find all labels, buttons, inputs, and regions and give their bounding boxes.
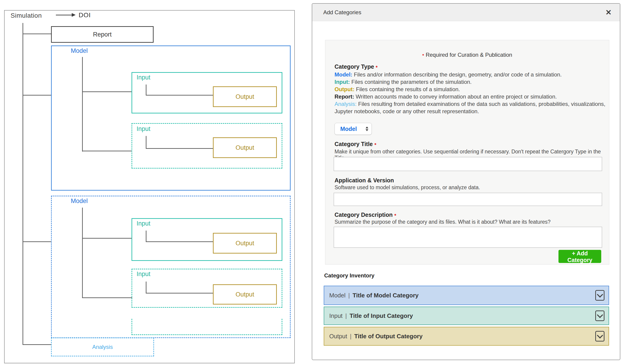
report-node: Report — [51, 26, 154, 43]
output-node-4: Output — [213, 284, 277, 304]
report-branch-connector — [23, 34, 52, 34]
model-node-solid — [51, 46, 291, 191]
input3-inner-horizontal-connector — [146, 241, 213, 242]
application-version-help: Software used to model simulations, proc… — [335, 184, 480, 191]
model1-branch-connector — [23, 95, 52, 95]
inventory-row-separator: | — [350, 333, 352, 340]
doi-arrow-line — [56, 15, 72, 15]
definition-line: Model: Files and/or information describi… — [335, 71, 606, 78]
input1-branch-connector — [82, 91, 132, 92]
input4-inner-vertical-connector — [146, 282, 146, 294]
model2-branch-connector — [23, 241, 52, 242]
input3-inner-vertical-connector — [146, 230, 146, 242]
inventory-row-input[interactable]: Input | Title of Input Category — [324, 307, 609, 325]
definition-term: Model: — [335, 71, 352, 78]
inventory-row-model[interactable]: Model | Title of Model Category — [324, 286, 609, 305]
definition-text: Files resulting from detailed examinatio… — [335, 101, 605, 114]
definition-line: Output: Files containing the results of … — [335, 86, 606, 93]
expand-chevron-icon[interactable] — [595, 331, 604, 341]
select-stepper-icon — [365, 127, 368, 131]
required-note: • Required for Curation & Publication — [325, 52, 609, 58]
input2-inner-horizontal-connector — [146, 148, 213, 149]
required-dot-icon: • — [376, 63, 378, 70]
trunk-connector — [23, 23, 23, 345]
model-node-dashed — [51, 196, 291, 338]
model-label: Model — [71, 198, 88, 205]
definition-text: Files containing the parameters of the s… — [350, 79, 472, 85]
add-categories-modal: Add Categories ✕ • Required for Curation… — [312, 3, 620, 360]
add-category-button[interactable]: + Add Category — [558, 250, 601, 263]
definition-text: Written accounts made to convey informat… — [354, 93, 557, 100]
input-label: Input — [137, 271, 150, 278]
doi-arrow-head-icon — [72, 13, 76, 17]
input-label: Input — [137, 74, 150, 81]
application-version-label: Application & Version — [335, 177, 394, 184]
output-label: Output — [235, 291, 254, 298]
category-description-help: Summarize the purpose of the category an… — [335, 219, 551, 225]
definition-text: Files containing the results of a simula… — [355, 86, 460, 92]
required-dot-icon: • — [374, 141, 376, 147]
input2-branch-connector — [82, 151, 132, 151]
category-type-select-value: Model — [340, 126, 357, 132]
input-label: Input — [137, 125, 150, 133]
category-inventory-label: Category Inventory — [324, 272, 375, 279]
page: Simulation DOI Report Model Input Output… — [0, 0, 624, 364]
inventory-row-type: Model — [329, 292, 346, 299]
definition-term: Input: — [335, 79, 350, 85]
close-icon[interactable]: ✕ — [605, 9, 612, 16]
output-label: Output — [235, 93, 254, 100]
analysis-node: Analysis — [51, 338, 154, 356]
category-description-label-text: Category Description — [335, 211, 393, 218]
output-node-1: Output — [213, 86, 277, 107]
output-label: Output — [235, 240, 254, 247]
input2-inner-vertical-connector — [146, 136, 146, 149]
inventory-row-separator: | — [345, 312, 347, 319]
report-label: Report — [93, 31, 111, 38]
output-node-3: Output — [213, 233, 277, 253]
model1-inner-connector — [82, 57, 83, 152]
input3-branch-connector — [82, 238, 132, 239]
add-category-form-card: • Required for Curation & Publication Ca… — [325, 40, 609, 265]
expand-chevron-icon[interactable] — [595, 290, 604, 301]
simulation-label: Simulation — [11, 12, 42, 19]
inventory-row-title: Title of Output Category — [354, 333, 423, 340]
category-title-label: Category Title • — [335, 141, 376, 147]
definition-term: Analysis: — [335, 101, 357, 107]
inventory-row-type: Input — [329, 312, 342, 319]
input4-inner-horizontal-connector — [146, 293, 213, 294]
definition-line: Input: Files containing the parameters o… — [335, 78, 606, 86]
output-label: Output — [235, 144, 254, 151]
definition-text: Files and/or information describing the … — [352, 71, 562, 78]
category-type-label: Category Type • — [335, 63, 378, 70]
required-dot-icon: • — [422, 52, 424, 58]
category-title-input[interactable] — [334, 157, 602, 171]
modal-header: Add Categories ✕ — [312, 4, 620, 21]
category-title-label-text: Category Title — [335, 141, 373, 147]
category-type-select[interactable]: Model — [335, 123, 372, 135]
model-label: Model — [71, 47, 88, 54]
input-label: Input — [137, 220, 150, 227]
inventory-row-title: Title of Model Category — [353, 292, 419, 299]
analysis-branch-connector — [23, 344, 52, 345]
category-description-label: Category Description • — [335, 211, 396, 218]
input-node-partial — [131, 319, 282, 335]
modal-title: Add Categories — [323, 9, 361, 16]
application-version-input[interactable] — [334, 193, 602, 206]
doi-label: DOI — [79, 11, 91, 19]
definition-term: Output: — [335, 86, 355, 92]
inventory-row-output[interactable]: Output | Title of Output Category — [324, 327, 609, 346]
definition-line: Report: Written accounts made to convey … — [335, 93, 606, 100]
required-dot-icon: • — [394, 211, 396, 218]
category-type-definitions: Model: Files and/or information describi… — [335, 71, 606, 115]
analysis-label: Analysis — [92, 344, 113, 350]
category-description-textarea[interactable] — [334, 227, 602, 248]
definition-line: Analysis: Files resulting from detailed … — [335, 100, 606, 115]
inventory-row-title: Title of Input Category — [350, 312, 413, 319]
model2-inner-connector — [82, 208, 83, 298]
input1-inner-horizontal-connector — [146, 95, 213, 95]
inventory-row-type: Output — [329, 333, 347, 340]
definition-term: Report: — [335, 93, 354, 100]
input1-inner-vertical-connector — [146, 85, 146, 95]
required-note-text: Required for Curation & Publication — [426, 52, 512, 58]
expand-chevron-icon[interactable] — [595, 311, 604, 321]
